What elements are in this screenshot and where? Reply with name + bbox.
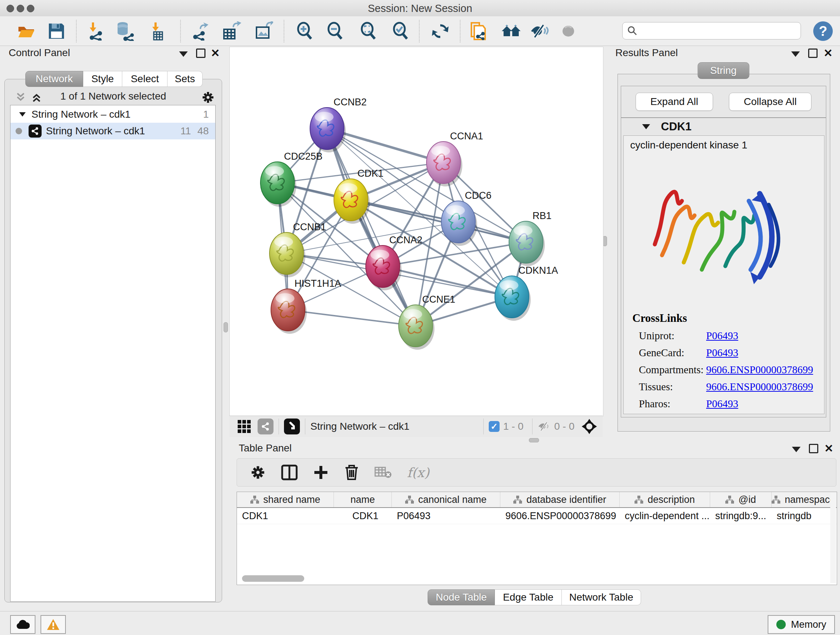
tab-edge-table[interactable]: Edge Table [495, 589, 562, 605]
column-network-icon [725, 496, 734, 504]
crosslink-label: Pharos: [639, 398, 706, 410]
cloud-button[interactable] [10, 615, 35, 634]
table-panel-float-icon[interactable] [807, 442, 820, 455]
table-panel-close-icon[interactable]: ✕ [823, 442, 835, 455]
network-list: String Network – cdk1 1 String Network –… [10, 105, 216, 602]
tab-select[interactable]: Select [122, 71, 167, 87]
show-all-icon[interactable] [558, 21, 579, 42]
clone-network-icon[interactable] [468, 21, 489, 42]
crosslink-genecard-link[interactable]: P06493 [706, 347, 738, 359]
node-HIST1H1A[interactable]: HIST1H1A [271, 278, 341, 334]
vertical-scrollbar[interactable] [830, 493, 836, 583]
split-columns-icon[interactable] [281, 464, 298, 480]
collapse-all-button[interactable]: Collapse All [729, 93, 812, 111]
control-panel-float-icon[interactable] [195, 47, 207, 59]
cell-canonical-name: P06493 [392, 510, 500, 522]
node-CCNE1[interactable]: CCNE1 [399, 294, 455, 350]
column-header-namespace[interactable]: namespace [772, 492, 835, 507]
help-button[interactable]: ? [813, 21, 833, 41]
delete-column-icon[interactable] [344, 464, 359, 481]
horizontal-scrollbar[interactable] [242, 575, 304, 582]
table-row[interactable]: CDK1 CDK1 P06493 9606.ENSP00000378699 cy… [237, 508, 837, 524]
add-column-icon[interactable] [313, 464, 329, 480]
navigator-icon[interactable] [582, 419, 597, 434]
export-image-icon[interactable] [253, 21, 274, 42]
collection-expand-icon[interactable] [19, 111, 27, 119]
node-CCNB2[interactable]: CCNB2 [310, 97, 367, 152]
gene-collapse-icon[interactable] [641, 122, 651, 131]
column-header-description[interactable]: description [620, 492, 710, 507]
tab-network-table[interactable]: Network Table [562, 589, 641, 605]
refresh-view-icon[interactable] [430, 21, 451, 42]
import-table-icon[interactable] [148, 21, 169, 42]
column-header-database-identifier[interactable]: database identifier [500, 492, 620, 507]
results-panel: Results Panel ✕ String Expand All Collap… [607, 46, 840, 442]
table-panel-menu-icon[interactable] [790, 443, 802, 455]
edge-HIST1H1A-CCNE1[interactable] [288, 310, 416, 326]
table-settings-gear-icon[interactable] [250, 464, 266, 480]
zoom-in-icon[interactable] [294, 21, 316, 42]
network-row[interactable]: String Network – cdk1 11 48 [11, 123, 215, 139]
network-canvas[interactable]: CCNB2CCNA1CDC25BCDK1CDC6RB1CCNB1CCNA2CDK… [229, 47, 603, 416]
network-options-gear-icon[interactable] [201, 90, 215, 104]
export-table-icon[interactable] [221, 21, 242, 42]
save-session-icon[interactable] [46, 21, 67, 42]
bottom-splitter-handle[interactable] [529, 438, 539, 442]
hide-selected-icon[interactable] [529, 21, 550, 42]
node-CCNA1[interactable]: CCNA1 [426, 131, 483, 187]
toolbar-search[interactable] [622, 22, 801, 40]
crosslink-uniprot-link[interactable]: P06493 [706, 330, 738, 342]
expand-all-button[interactable]: Expand All [636, 93, 713, 111]
node-RB1[interactable]: RB1 [509, 211, 552, 266]
collapse-all-chevron-icon[interactable] [14, 91, 27, 103]
tab-style[interactable]: Style [83, 71, 123, 87]
memory-button[interactable]: Memory [767, 615, 835, 634]
search-input[interactable] [641, 25, 796, 37]
window-titlebar: Session: New Session [0, 0, 840, 17]
function-builder-button[interactable]: f(x) [407, 465, 429, 480]
open-view-icon[interactable] [284, 418, 300, 434]
results-panel-float-icon[interactable] [807, 47, 819, 59]
zoom-selected-icon[interactable] [390, 21, 411, 42]
cell-description: cyclin-dependent ... [620, 510, 710, 522]
zoom-fit-icon[interactable] [358, 21, 379, 42]
houses-icon[interactable] [501, 21, 522, 42]
edge-CCNA2-CDKN1A[interactable] [383, 266, 512, 297]
control-panel-close-icon[interactable]: ✕ [209, 47, 221, 59]
node-CDKN1A[interactable]: CDKN1A [495, 265, 558, 321]
tab-network[interactable]: Network [25, 71, 83, 87]
control-panel-menu-icon[interactable] [177, 48, 189, 60]
left-splitter-handle[interactable] [224, 322, 228, 333]
node-CCNB1[interactable]: CCNB1 [270, 222, 326, 277]
crosslink-tissues-link[interactable]: 9606.ENSP00000378699 [706, 381, 813, 393]
crosslink-compartments-link[interactable]: 9606.ENSP00000378699 [706, 364, 813, 376]
export-network-icon[interactable] [189, 21, 210, 42]
results-tab-string[interactable]: String [698, 62, 749, 79]
gene-section-header[interactable]: CDK1 [621, 118, 826, 135]
selected-nodes-checkbox[interactable]: ✓ [489, 421, 500, 432]
column-header-canonical-name[interactable]: canonical name [392, 492, 500, 507]
open-session-icon[interactable] [16, 21, 36, 42]
node-label-CCNB1: CCNB1 [293, 222, 326, 233]
import-network-database-icon[interactable] [114, 21, 135, 42]
results-panel-close-icon[interactable]: ✕ [822, 47, 834, 59]
warning-button[interactable] [41, 615, 66, 634]
import-network-icon[interactable] [85, 21, 106, 42]
grid-view-icon[interactable] [237, 420, 251, 433]
tab-node-table[interactable]: Node Table [428, 589, 495, 605]
expand-all-chevron-icon[interactable] [30, 91, 43, 103]
string-view-icon[interactable] [257, 418, 273, 434]
column-header-shared-name[interactable]: shared name [237, 492, 334, 507]
delete-table-icon[interactable] [374, 466, 392, 479]
edge-CDK1-RB1[interactable] [351, 200, 526, 242]
column-header-id[interactable]: @id [710, 492, 772, 507]
column-header-name[interactable]: name [334, 492, 392, 507]
zoom-out-icon[interactable] [325, 21, 346, 42]
results-panel-menu-icon[interactable] [789, 48, 802, 60]
node-label-RB1: RB1 [532, 211, 552, 221]
edge-CCNB2-CCNE1[interactable] [327, 128, 416, 326]
tab-sets[interactable]: Sets [167, 71, 202, 87]
collection-row[interactable]: String Network – cdk1 1 [11, 106, 215, 123]
gene-section: CDK1 cyclin-dependent kinase 1 [621, 118, 826, 417]
crosslink-pharos-link[interactable]: P06493 [706, 398, 738, 410]
